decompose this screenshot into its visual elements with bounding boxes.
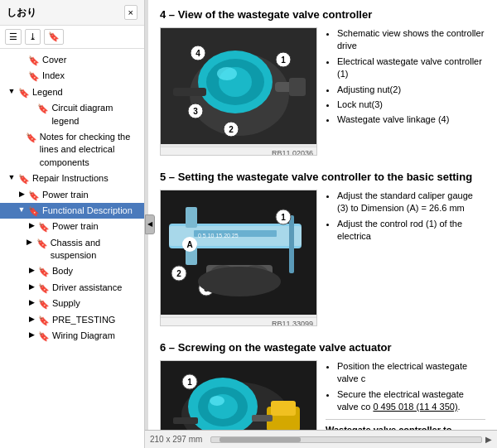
expand-icon: ▶ (27, 298, 36, 308)
section-4-body: 4 1 3 2 RB11 02036 Schematic vie (160, 27, 485, 156)
main-content: 4 – View of the wastegate valve controll… (148, 0, 497, 448)
svg-text:0  5  10  15  20  25: 0 5 10 15 20 25 (198, 233, 239, 238)
bullet-item: Adjusting nut(2) (337, 84, 485, 96)
svg-point-36 (198, 267, 281, 296)
section-4-bullets: Schematic view shows the controller driv… (326, 27, 485, 129)
sidebar-tree: 🔖 Cover 🔖 Index ▼ 🔖 Legend 🔖 Circuit dia… (0, 49, 144, 448)
list-view-button[interactable]: ☰ (5, 29, 22, 45)
collapse-icon: ▼ (7, 87, 17, 97)
section-4-image: 4 1 3 2 RB11 02036 (160, 27, 317, 156)
wastegate-diagram-1: 4 1 3 2 (161, 28, 317, 144)
bookmark-icon: 🔖 (28, 70, 40, 82)
bookmark-icon: 🔖 (38, 266, 50, 277)
bookmark-icon: 🔖 (38, 221, 50, 233)
part-number: 0 495 018 (11 4 350) (373, 402, 457, 412)
collapse-icon: ▼ (17, 205, 27, 215)
sidebar-item-label: Supply (52, 297, 80, 310)
sidebar-item-index[interactable]: 🔖 Index (0, 68, 144, 84)
section-4: 4 – View of the wastegate valve controll… (160, 8, 485, 156)
expand-button[interactable]: ⤓ (25, 29, 41, 45)
section-5-bullets: Adjust the standard caliper gauge (3) to… (326, 190, 485, 246)
sidebar-item-powertrain1[interactable]: ▶ 🔖 Power train (0, 187, 144, 203)
section-5-heading: 5 – Setting the wastegate valve controll… (160, 171, 485, 183)
sidebar-item-label: Power train (42, 189, 89, 201)
svg-rect-15 (289, 78, 306, 96)
svg-text:A: A (186, 240, 192, 249)
sidebar-item-powertrain2[interactable]: ▶ 🔖 Power train (0, 219, 144, 234)
bullet-item: Position the electrical wastegate valve … (337, 360, 485, 386)
sidebar-title: しおり (7, 6, 36, 20)
bookmark-icon: 🔖 (28, 55, 40, 66)
bullet-item: Adjust the control rod (1) of the electr… (337, 218, 485, 243)
bullet-item: Lock nut(3) (337, 99, 485, 111)
list-icon: ☰ (9, 31, 17, 42)
scroll-right-button[interactable]: ▶ (485, 435, 492, 444)
bookmark-button[interactable]: 🔖 (44, 29, 64, 45)
sidebar-item-notes[interactable]: 🔖 Notes for checking the lines and elect… (0, 129, 144, 171)
sidebar-item-label: Chassis and suspension (51, 237, 141, 263)
sidebar-item-label: Index (42, 70, 65, 82)
svg-rect-49 (252, 415, 273, 422)
expand-icon: ▶ (27, 282, 36, 292)
svg-rect-44 (271, 401, 296, 416)
section-4-heading: 4 – View of the wastegate valve controll… (160, 8, 485, 21)
section-5-image: 0 5 10 15 20 25 A 1 3 2 (160, 190, 317, 326)
page-dimensions: 210 x 297 mm (150, 435, 202, 444)
expand-icon: ▶ (27, 330, 36, 340)
sidebar-item-label: Power train (52, 220, 99, 233)
expand-icon: ▶ (27, 315, 36, 325)
expand-icon: ▶ (17, 190, 27, 200)
bullet-item: Secure the electrical wastegate valve co… (337, 388, 485, 414)
scrollbar-thumb (220, 437, 301, 442)
collapse-sidebar-button[interactable]: ◀ (145, 214, 155, 234)
sidebar-item-driver[interactable]: ▶ 🔖 Driver assistance (0, 280, 144, 296)
sidebar-item-body[interactable]: ▶ 🔖 Body (0, 263, 144, 279)
bookmark-icon: 🔖 (26, 132, 37, 143)
sidebar-item-functional[interactable]: ▼ 🔖 Functional Description (0, 203, 144, 219)
svg-text:1: 1 (281, 213, 286, 222)
bullet-item: Schematic view shows the controller driv… (337, 27, 485, 53)
bookmark-icon: 🔖 (37, 103, 49, 114)
svg-text:2: 2 (176, 269, 181, 278)
sidebar-item-label: Circuit diagram legend (51, 102, 141, 128)
bookmark-icon: 🔖 (28, 205, 40, 217)
bookmark-icon: 🔖 (36, 238, 48, 249)
sidebar-item-repair[interactable]: ▼ 🔖 Repair Instructions (0, 171, 144, 186)
sidebar-item-pretesting[interactable]: ▶ 🔖 PRE_TESTING (0, 312, 144, 328)
sidebar-item-chassis[interactable]: ▶ 🔖 Chassis and suspension (0, 235, 144, 264)
svg-text:3: 3 (193, 107, 198, 116)
sidebar-item-label: Cover (42, 54, 66, 66)
bookmark-icon: 🔖 (38, 282, 50, 294)
wastegate-diagram-2: 0 5 10 15 20 25 A 1 3 2 (161, 190, 317, 315)
sidebar-item-cover[interactable]: 🔖 Cover (0, 52, 144, 68)
svg-rect-16 (173, 88, 206, 96)
sidebar-item-label: Driver assistance (52, 282, 122, 294)
bookmark-icon: 🔖 (28, 190, 40, 201)
sidebar-item-label: Body (52, 265, 73, 277)
footer-bar: 210 x 297 mm ▶ (145, 430, 497, 448)
close-button[interactable]: × (124, 5, 138, 20)
sidebar-item-supply[interactable]: ▶ 🔖 Supply (0, 296, 144, 311)
sidebar: しおり × ☰ ⤓ 🔖 🔖 Cover 🔖 Index (0, 0, 145, 448)
sidebar-item-legend[interactable]: ▼ 🔖 Legend (0, 84, 144, 100)
svg-text:1: 1 (187, 378, 192, 387)
sidebar-toolbar: ☰ ⤓ 🔖 (0, 26, 144, 49)
svg-text:4: 4 (195, 49, 200, 58)
section-5: 5 – Setting the wastegate valve controll… (160, 171, 485, 326)
horizontal-scrollbar[interactable] (210, 436, 482, 443)
svg-rect-20 (186, 207, 197, 228)
bullet-item: Adjust the standard caliper gauge (3) to… (337, 190, 485, 215)
bullet-item: Wastegate valve linkage (4) (337, 113, 485, 126)
expand-icon: ▶ (27, 266, 36, 276)
sidebar-item-circuit-diagram[interactable]: 🔖 Circuit diagram legend (0, 100, 144, 129)
bullet-item: Electrical wastegate valve controller (1… (337, 55, 485, 81)
expand-icon: ▶ (25, 238, 35, 248)
sidebar-item-label: Notes for checking the lines and electri… (40, 131, 141, 169)
sidebar-item-label: Repair Instructions (32, 172, 109, 185)
sidebar-item-wiring[interactable]: ▶ 🔖 Wiring Diagram (0, 328, 144, 344)
section-5-image-code: RB11 33099 (161, 317, 316, 326)
sidebar-item-label: Functional Description (42, 205, 133, 217)
sidebar-header: しおり × (0, 0, 144, 26)
sidebar-item-label: Wiring Diagram (52, 330, 115, 342)
svg-point-42 (210, 396, 224, 406)
